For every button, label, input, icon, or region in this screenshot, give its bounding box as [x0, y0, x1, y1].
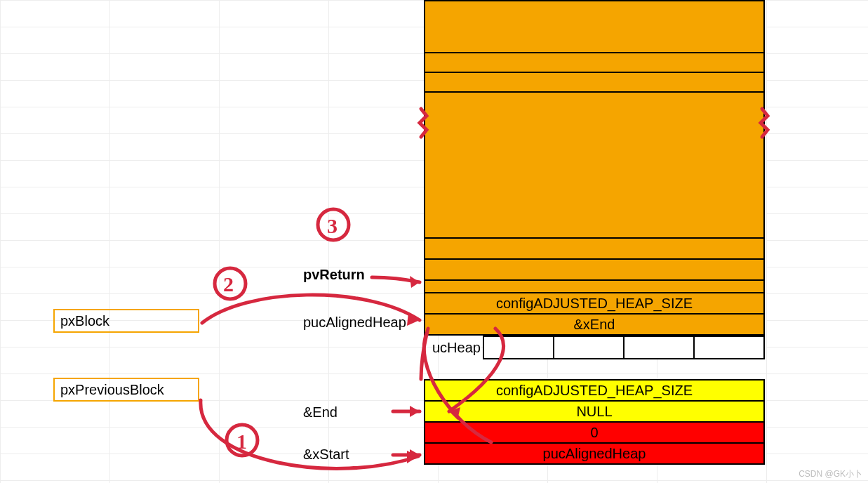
cell-pucalignedheap-red: pucAlignedHeap [424, 442, 765, 465]
ucheap-byte-cell [554, 337, 625, 358]
ucheap-byte-cell [484, 337, 554, 358]
box-pxblock: pxBlock [53, 309, 199, 333]
svg-point-2 [227, 425, 258, 456]
cell-xend-addr: &xEnd [424, 313, 765, 336]
ucheap-bytes [483, 336, 765, 359]
label-ucheap: ucHeap [432, 340, 481, 356]
svg-marker-4 [407, 312, 420, 326]
svg-point-1 [215, 268, 246, 299]
ucheap-byte-cell [625, 337, 695, 358]
svg-point-0 [318, 209, 349, 240]
label-pvreturn: pvReturn [303, 267, 365, 283]
svg-marker-7 [410, 449, 420, 461]
heap-row-2 [424, 52, 765, 73]
text-xend-addr: &xEnd [574, 317, 615, 333]
svg-marker-6 [410, 406, 420, 417]
label-pxblock: pxBlock [60, 313, 109, 329]
diagram-canvas: configADJUSTED_HEAP_SIZE &xEnd ucHeap co… [0, 0, 868, 483]
heap-row-4 [424, 237, 765, 260]
annotation-1: 1 [236, 430, 247, 453]
label-amp-xstart: &xStart [303, 446, 349, 463]
text-config-adjusted-heap-size-top: configADJUSTED_HEAP_SIZE [496, 296, 693, 312]
text-null-yellow: NULL [576, 404, 612, 420]
label-amp-end: &End [303, 404, 338, 421]
text-config-adjusted-heap-size-yellow: configADJUSTED_HEAP_SIZE [496, 383, 693, 399]
watermark: CSDN @GK小卜 [799, 468, 862, 480]
svg-marker-3 [410, 276, 420, 288]
heap-large-mid [424, 91, 765, 239]
heap-row-top [424, 0, 765, 53]
label-pxpreviousblock: pxPreviousBlock [60, 382, 164, 397]
cell-zero-red: 0 [424, 421, 765, 444]
heap-row-3 [424, 72, 765, 93]
heap-row-5 [424, 258, 765, 281]
cell-null-yellow: NULL [424, 400, 765, 423]
annotation-3: 3 [327, 214, 338, 237]
annotation-2: 2 [223, 272, 234, 296]
label-pucalignedheap: pucAlignedHeap [303, 315, 406, 331]
cell-config-adjusted-heap-size-yellow: configADJUSTED_HEAP_SIZE [424, 379, 765, 402]
box-pxpreviousblock: pxPreviousBlock [53, 378, 199, 402]
cell-config-adjusted-heap-size-top: configADJUSTED_HEAP_SIZE [424, 292, 765, 315]
ucheap-byte-cell [695, 337, 763, 358]
text-pucalignedheap-red: pucAlignedHeap [543, 446, 646, 462]
svg-marker-5 [407, 451, 418, 463]
heap-row-6 [424, 279, 765, 293]
text-zero-red: 0 [590, 425, 598, 441]
